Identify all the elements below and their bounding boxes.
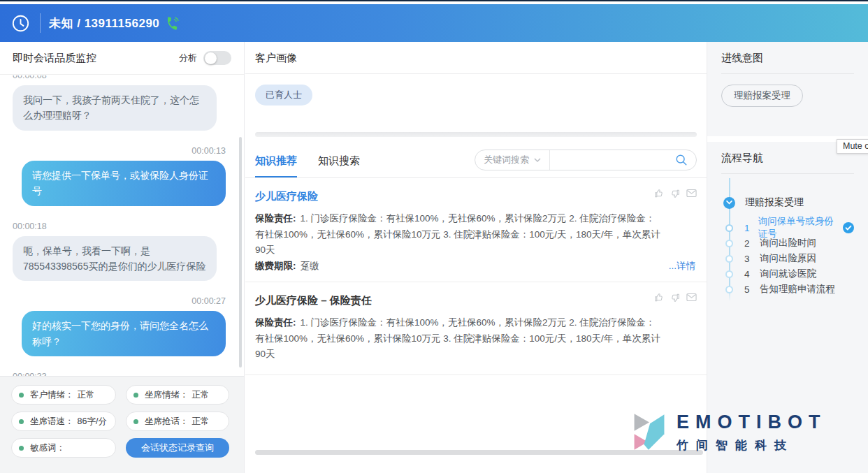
caller-id-title: 未知 / 13911156290 <box>49 15 159 31</box>
phone-ringing-icon[interactable] <box>165 16 180 31</box>
card-feedback-icons <box>654 293 697 303</box>
chat-transcript: 00:00:08 我问一下，我孩子前两天住院了，这个怎么办理理赔呀？ 00:00… <box>0 75 244 376</box>
collapse-chevron-icon <box>723 197 735 209</box>
knowledge-card-title-link[interactable]: 少儿医疗保险 <box>255 190 697 203</box>
agent-bubble: 好的核实一下您的身份，请问您全名怎么称呼？ <box>22 311 226 356</box>
message-timestamp: 00:00:13 <box>13 146 226 156</box>
field-value: 1. 门诊医疗保险金：有社保100%，无社保60%，累计保险2万元 2. 住院治… <box>255 213 660 255</box>
flow-group-label: 理赔报案受理 <box>745 196 804 209</box>
field-label: 保险责任: <box>255 213 296 224</box>
step-label: 告知理赔申请流程 <box>760 283 835 296</box>
chat-message: 请您提供一下保单号，或被保险人身份证号 <box>13 161 226 206</box>
emotibot-watermark: EMOTIBOT 竹间智能科技 <box>631 412 827 453</box>
flow-step-5[interactable]: 5 告知理赔申请流程 <box>721 282 854 297</box>
knowledge-panel: 客户画像 已育人士 知识推荐 知识搜索 关键词搜索 少儿医疗保险 <box>245 42 707 473</box>
knowledge-card-body: 保险责任:1. 门诊医疗保险金：有社保100%，无社保60%，累计保险2万元 2… <box>255 211 660 259</box>
knowledge-card-field: 缴费期限:趸缴 <box>255 260 697 272</box>
brand-name-cn: 竹间智能科技 <box>677 437 827 453</box>
step-number: 3 <box>744 254 754 264</box>
chat-message: 好的核实一下您的身份，请问您全名怎么称呼？ <box>13 311 226 356</box>
step-circle-icon <box>725 224 733 232</box>
tab-knowledge-recommend[interactable]: 知识推荐 <box>255 147 297 177</box>
badge-label: 坐席抢话： <box>145 416 189 428</box>
intent-section: 进线意图 理赔报案受理 <box>707 42 868 136</box>
flow-group-node[interactable]: 理赔报案受理 <box>721 177 854 209</box>
knowledge-card-title: 少儿医疗保险 – 保险责任 <box>255 294 697 307</box>
analyze-toggle[interactable] <box>203 51 231 65</box>
status-dot-icon <box>19 393 24 398</box>
step-number: 1 <box>744 223 753 233</box>
status-badge-customer-emotion: 客户情绪： 正常 <box>11 385 116 405</box>
knowledge-card-body: 保险责任:1. 门诊医疗保险金：有社保100%，无社保60%，累计保险2万元 2… <box>255 315 660 363</box>
step-number: 5 <box>744 284 754 295</box>
search-icon <box>675 154 688 166</box>
intent-title: 进线意图 <box>721 42 854 74</box>
flow-step-3[interactable]: 3 询问出险原因 <box>721 251 854 266</box>
card-detail-link[interactable]: ...详情 <box>669 260 695 272</box>
thumbs-down-icon[interactable] <box>670 189 680 198</box>
knowledge-card: 少儿医疗保险 – 保险责任 保险责任:1. 门诊医疗保险金：有社保100%，无社… <box>245 282 707 372</box>
badge-value: 正常 <box>192 389 210 401</box>
badge-label: 坐席语速： <box>30 416 74 428</box>
flow-step-1[interactable]: 1 询问保单号或身份证号 <box>721 220 854 235</box>
mute-tooltip: Mute on <box>837 139 868 154</box>
conversation-monitor-panel: 即时会话品质监控 分析 00:00:08 我问一下，我孩子前两天住院了，这个怎么… <box>0 42 245 473</box>
mail-icon[interactable] <box>686 293 697 303</box>
monitor-panel-title: 即时会话品质监控 <box>13 52 179 65</box>
emotibot-logo-icon <box>631 412 667 453</box>
thumbs-up-icon[interactable] <box>654 189 664 198</box>
flow-step-2[interactable]: 2 询问出险时间 <box>721 235 854 251</box>
field-value: 趸缴 <box>301 261 319 271</box>
search-button[interactable] <box>675 154 696 166</box>
profile-section-separator <box>255 132 697 137</box>
assist-panel: 进线意图 理赔报案受理 流程导航 理赔报案受理 1 询问保单号或身份证号 <box>707 42 868 473</box>
agent-bubble: 请您提供一下保单号，或被保险人身份证号 <box>22 161 226 206</box>
knowledge-search-bar: 关键词搜索 <box>475 150 697 170</box>
flow-steps: 1 询问保单号或身份证号 2 询问出险时间 3 询问出险原 <box>721 220 854 297</box>
customer-profile-title: 客户画像 <box>245 42 707 74</box>
window-top-edge <box>0 0 868 1</box>
call-status-area: 客户情绪： 正常 坐席情绪： 正常 坐席语速： 86字/分 坐席抢话： 正常 <box>0 376 244 473</box>
monitor-panel-header: 即时会话品质监控 分析 <box>0 42 244 75</box>
status-badge-agent-interrupt: 坐席抢话： 正常 <box>126 412 229 431</box>
step-label: 询问出险原因 <box>760 252 816 265</box>
thumbs-up-icon[interactable] <box>654 293 664 303</box>
knowledge-tabs: 知识推荐 知识搜索 关键词搜索 <box>245 147 707 178</box>
profile-tag-row: 已育人士 <box>245 74 707 105</box>
field-label: 缴费期限: <box>255 261 296 271</box>
badge-value: 86字/分 <box>78 416 107 428</box>
status-badge-agent-speed: 坐席语速： 86字/分 <box>11 412 116 431</box>
search-input[interactable] <box>550 150 675 170</box>
tab-knowledge-search[interactable]: 知识搜索 <box>318 147 360 177</box>
flow-step-4[interactable]: 4 询问就诊医院 <box>721 266 854 282</box>
badge-value: 正常 <box>192 416 210 428</box>
card-divider <box>245 374 707 375</box>
customer-bubble: 我问一下，我孩子前两天住院了，这个怎么办理理赔呀？ <box>13 85 217 131</box>
message-timestamp: 00:00:18 <box>13 221 226 231</box>
profile-tag[interactable]: 已育人士 <box>255 85 312 105</box>
step-circle-icon <box>725 255 733 263</box>
analyze-toggle-label: 分析 <box>179 52 197 64</box>
call-timer-icon[interactable] <box>11 14 30 33</box>
call-header-bar: 未知 / 13911156290 <box>0 4 868 42</box>
step-circle-icon <box>725 240 733 247</box>
message-timestamp: 00:00:08 <box>13 75 226 80</box>
status-badge-agent-emotion: 坐席情绪： 正常 <box>126 385 229 405</box>
chat-message: 呃，保单号，我看一下啊，是785543398565买的是你们的少儿医疗保险 <box>13 236 226 282</box>
chevron-down-icon <box>534 158 541 163</box>
knowledge-card: 少儿医疗保险 保险责任:1. 门诊医疗保险金：有社保100%，无社保60%，累计… <box>245 178 707 282</box>
step-number: 4 <box>744 269 754 279</box>
search-filter-dropdown[interactable]: 关键词搜索 <box>475 150 550 170</box>
badge-label: 坐席情绪： <box>145 389 189 401</box>
status-dot-icon <box>19 446 24 451</box>
thumbs-down-icon[interactable] <box>670 293 680 303</box>
mail-icon[interactable] <box>686 189 697 198</box>
step-circle-icon <box>725 270 733 278</box>
field-label: 保险责任: <box>255 317 296 328</box>
intent-tag[interactable]: 理赔报案受理 <box>721 85 803 107</box>
session-state-query-button[interactable]: 会话状态记录查询 <box>126 438 229 458</box>
status-badge-sensitive-words: 敏感词： <box>11 438 116 458</box>
step-done-check-icon <box>843 222 854 233</box>
app-root: 未知 / 13911156290 即时会话品质监控 分析 00:00:08 我问… <box>0 0 868 473</box>
chat-scrollbar[interactable] <box>239 137 242 368</box>
